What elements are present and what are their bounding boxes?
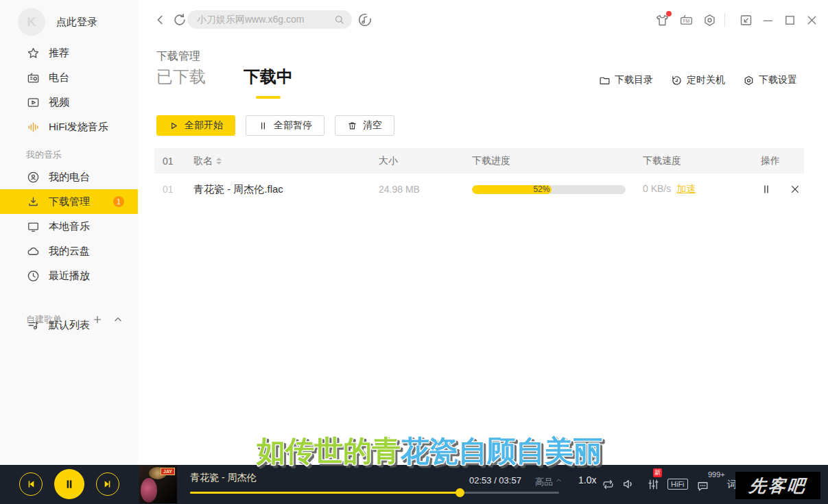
download-settings-label: 下载设置 <box>759 74 797 86</box>
refresh-button[interactable] <box>172 12 187 27</box>
sidebar-item-label: 我的电台 <box>49 171 90 184</box>
sidebar-item-cloud-disk[interactable]: 我的云盘 <box>0 239 138 263</box>
pause-all-label: 全部暂停 <box>274 119 312 132</box>
sidebar-item-label: 本地音乐 <box>49 220 90 233</box>
download-count-badge: 1 <box>113 196 124 207</box>
next-track-button[interactable] <box>96 472 119 496</box>
song-file-name: 青花瓷 - 周杰伦.flac <box>185 183 370 196</box>
back-button[interactable] <box>153 12 168 27</box>
watermark-text: 先客吧 <box>748 475 807 497</box>
tab-downloaded[interactable]: 已下载 <box>156 66 206 88</box>
star-icon <box>26 46 40 60</box>
hifi-wave-icon <box>26 120 40 134</box>
download-table: 01 歌名 大小 下载进度 下载速度 操作 01 青花瓷 - 周杰伦.flac … <box>154 148 804 205</box>
row-index: 01 <box>154 184 185 195</box>
clear-button[interactable]: 清空 <box>335 115 394 136</box>
download-folder-button[interactable]: 下载目录 <box>599 74 653 86</box>
divider <box>724 13 725 27</box>
sidebar-item-recommend[interactable]: 推荐 <box>0 40 138 65</box>
hifi-mode-button[interactable]: HiFi <box>667 479 688 490</box>
settings-gear-icon[interactable] <box>702 13 717 27</box>
personal-radio-icon <box>26 170 40 184</box>
time-display: 02:53 / 03:57 <box>469 475 521 485</box>
sidebar-item-label: 我的云盘 <box>49 245 90 258</box>
progress-label: 52% <box>533 185 552 194</box>
quality-label: 高品 <box>535 477 553 487</box>
sidebar-item-label: 推荐 <box>49 47 69 60</box>
maximize-button[interactable] <box>783 13 797 27</box>
fm-icon[interactable]: FM <box>679 13 694 27</box>
music-recognition-icon[interactable] <box>357 12 372 27</box>
topbar: 小刀娱乐网www.x6g.com FM <box>138 0 828 40</box>
start-all-label: 全部开始 <box>185 119 223 132</box>
sidebar-item-hifi[interactable]: HiFi发烧音乐 <box>0 115 138 139</box>
col-progress: 下载进度 <box>464 155 635 167</box>
search-input[interactable]: 小刀娱乐网www.x6g.com <box>187 10 352 29</box>
play-pause-button[interactable] <box>54 469 84 499</box>
start-all-button[interactable]: 全部开始 <box>156 115 235 136</box>
search-icon[interactable] <box>333 14 345 25</box>
sidebar-item-label: 最近播放 <box>49 269 90 283</box>
sidebar-item-label: HiFi发烧音乐 <box>49 121 108 134</box>
equalizer-icon[interactable] <box>647 478 660 491</box>
playlist-icon <box>26 318 40 332</box>
timed-shutdown-button[interactable]: 定时关机 <box>671 74 725 86</box>
folder-icon <box>599 75 611 86</box>
lyrics-unsung: 花瓷自顾自美丽 <box>400 435 602 467</box>
playback-speed-button[interactable]: 1.0x <box>578 475 596 485</box>
radio-icon <box>26 71 40 84</box>
progress-cell: 52% <box>464 185 635 194</box>
sidebar-item-label: 电台 <box>49 71 69 84</box>
timer-icon <box>671 75 683 86</box>
pause-all-button[interactable]: 全部暂停 <box>246 115 324 136</box>
minimize-button[interactable] <box>761 13 775 27</box>
download-folder-label: 下载目录 <box>615 74 653 86</box>
sidebar-item-my-radio[interactable]: 我的电台 <box>0 165 138 189</box>
now-playing-title[interactable]: 青花瓷 - 周杰伦 <box>190 472 256 484</box>
sidebar-item-label: 视频 <box>49 96 69 109</box>
boost-link[interactable]: 加速 <box>676 183 696 194</box>
previous-track-button[interactable] <box>19 472 43 496</box>
sidebar-item-download-manager[interactable]: 下载管理 1 <box>0 189 138 214</box>
col-song-name[interactable]: 歌名 <box>185 155 370 167</box>
album-art[interactable]: JAY <box>139 466 177 503</box>
sidebar-item-recent-played[interactable]: 最近播放 <box>0 263 138 288</box>
login-button[interactable]: K 点此登录 <box>0 7 138 37</box>
progress-fill: 52% <box>472 185 552 194</box>
quality-selector[interactable]: 高品 <box>535 476 562 488</box>
new-feature-badge: 新 <box>653 468 662 477</box>
album-badge: JAY <box>161 468 175 475</box>
page-title: 下载管理 <box>156 49 200 64</box>
theme-skin-icon[interactable] <box>655 13 670 27</box>
row-pause-button[interactable] <box>761 184 772 195</box>
volume-icon[interactable] <box>622 477 635 491</box>
close-button[interactable] <box>805 13 819 27</box>
slider-thumb[interactable] <box>456 488 464 497</box>
search-placeholder: 小刀娱乐网www.x6g.com <box>197 14 333 26</box>
row-delete-button[interactable] <box>790 184 801 195</box>
login-label: 点此登录 <box>56 16 97 29</box>
play-icon <box>169 121 179 131</box>
comments-icon[interactable] <box>696 479 709 492</box>
avatar[interactable]: K <box>18 8 45 36</box>
desktop-lyrics-overlay: 如传世的青花瓷自顾自美丽 <box>255 431 653 470</box>
table-row[interactable]: 01 青花瓷 - 周杰伦.flac 24.98 MB 52% 0 KB/s加速 <box>154 173 804 205</box>
loop-mode-icon[interactable] <box>602 478 615 491</box>
progress-bar: 52% <box>472 185 626 194</box>
tab-downloading[interactable]: 下载中 <box>244 66 293 88</box>
cloud-icon <box>26 244 40 258</box>
sidebar-item-default-playlist[interactable]: 默认列表 <box>0 313 138 337</box>
video-icon <box>26 95 40 109</box>
mini-player-icon[interactable] <box>739 13 753 27</box>
sidebar-item-local-music[interactable]: 本地音乐 <box>0 214 138 239</box>
col-size: 大小 <box>370 155 464 167</box>
timed-shutdown-label: 定时关机 <box>687 74 725 86</box>
section-my-music: 我的音乐 <box>0 147 138 163</box>
sidebar-item-video[interactable]: 视频 <box>0 90 138 115</box>
download-settings-button[interactable]: 下载设置 <box>743 74 797 86</box>
playback-slider[interactable] <box>190 488 559 497</box>
sort-icon[interactable] <box>216 158 222 165</box>
computer-icon <box>26 219 40 233</box>
sidebar-item-radio[interactable]: 电台 <box>0 65 138 90</box>
col-index: 01 <box>154 156 185 167</box>
